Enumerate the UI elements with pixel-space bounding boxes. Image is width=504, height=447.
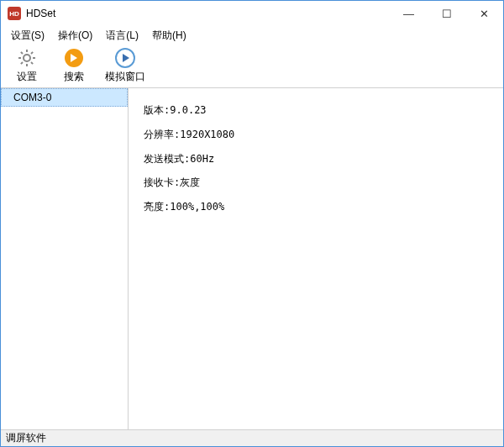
info-brightness-value: 100%,100% (170, 201, 224, 213)
app-icon: HD (8, 7, 21, 20)
info-sendmode-value: 60Hz (190, 153, 214, 165)
menu-settings[interactable]: 设置(S) (4, 27, 51, 45)
menu-help[interactable]: 帮助(H) (145, 27, 193, 45)
menu-language[interactable]: 语言(L) (99, 27, 145, 45)
play-icon (115, 48, 135, 68)
svg-line-8 (31, 52, 33, 54)
app-window: HD HDSet — ☐ ✕ 设置(S) 操作(O) 语言(L) 帮助(H) (0, 0, 504, 447)
info-resolution: 分辨率:1920X1080 (144, 128, 488, 142)
info-version: 版本:9.0.23 (144, 103, 488, 118)
info-brightness-label: 亮度: (144, 201, 170, 213)
statusbar: 调屏软件 (1, 429, 503, 446)
toolbar-search-button[interactable]: 搜索 (53, 46, 95, 87)
window-title: HDSet (26, 8, 55, 19)
info-version-value: 9.0.23 (170, 104, 206, 116)
toolbar: 设置 搜索 模拟窗口 (1, 45, 503, 88)
arrow-right-icon (64, 48, 84, 68)
info-receiver: 接收卡:灰度 (144, 176, 488, 190)
sidebar-item-com3[interactable]: COM3-0 (1, 88, 128, 107)
svg-line-5 (21, 52, 23, 54)
gear-icon (17, 48, 37, 68)
info-receiver-value: 灰度 (180, 176, 200, 188)
main-area: COM3-0 版本:9.0.23 分辨率:1920X1080 发送模式:60Hz… (1, 88, 503, 429)
sidebar: COM3-0 (1, 88, 129, 429)
svg-line-7 (21, 62, 23, 64)
info-version-label: 版本: (144, 104, 170, 116)
info-resolution-value: 1920X1080 (180, 129, 234, 140)
menubar: 设置(S) 操作(O) 语言(L) 帮助(H) (1, 26, 503, 45)
toolbar-simwindow-button[interactable]: 模拟窗口 (100, 46, 150, 87)
svg-point-0 (24, 55, 30, 61)
toolbar-search-label: 搜索 (64, 70, 84, 84)
minimize-button[interactable]: — (390, 2, 428, 26)
content-panel: 版本:9.0.23 分辨率:1920X1080 发送模式:60Hz 接收卡:灰度… (129, 88, 503, 429)
titlebar: HD HDSet — ☐ ✕ (1, 1, 503, 26)
info-receiver-label: 接收卡: (144, 176, 180, 188)
close-button[interactable]: ✕ (465, 2, 503, 26)
toolbar-settings-button[interactable]: 设置 (6, 46, 48, 87)
info-sendmode-label: 发送模式: (144, 153, 190, 165)
toolbar-settings-label: 设置 (17, 70, 37, 84)
statusbar-text: 调屏软件 (6, 431, 46, 445)
toolbar-simwindow-label: 模拟窗口 (105, 70, 145, 84)
svg-line-6 (31, 62, 33, 64)
info-brightness: 亮度:100%,100% (144, 200, 488, 214)
info-resolution-label: 分辨率: (144, 129, 180, 140)
menu-operation[interactable]: 操作(O) (51, 27, 99, 45)
maximize-button[interactable]: ☐ (428, 2, 465, 26)
info-sendmode: 发送模式:60Hz (144, 152, 488, 166)
